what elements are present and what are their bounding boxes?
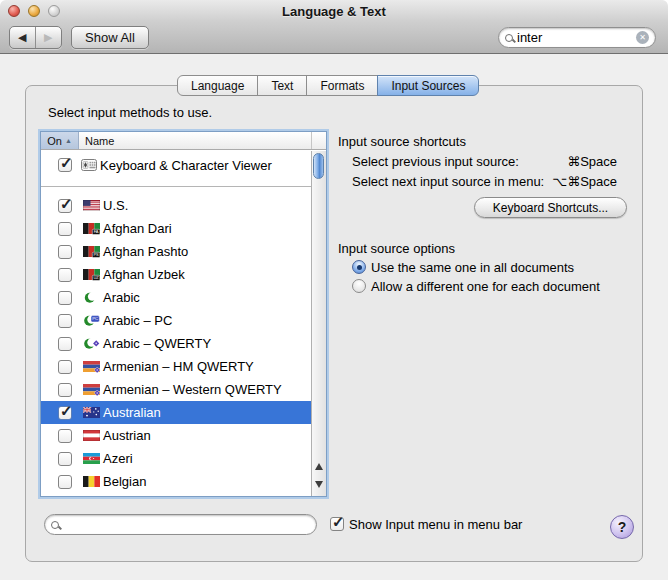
input-source-label: U.S. <box>103 198 128 213</box>
name-header-label: Name <box>85 135 114 147</box>
nav-button-group: ◀ ▶ <box>9 26 62 49</box>
flag-afghanistan-icon: PS <box>83 246 100 258</box>
list-item-keyboard-character-viewer[interactable]: Keyboard & Character Viewer <box>41 151 311 179</box>
scrollbar-header-corner <box>312 132 326 149</box>
search-value[interactable]: inter <box>517 30 632 45</box>
sort-ascending-icon: ▲ <box>65 137 72 144</box>
list-item-australian[interactable]: Australian <box>41 401 311 424</box>
flag-badge-label: UZ <box>93 275 99 280</box>
input-source-options-title: Input source options <box>338 241 455 256</box>
language-and-text-window: Language & Text ◀ ▶ Show All inter Langu… <box>0 0 668 580</box>
list-filter-field[interactable] <box>44 514 317 535</box>
clear-search-icon[interactable] <box>636 31 649 44</box>
scrollbar-thumb[interactable] <box>313 153 324 179</box>
flag-austria-icon <box>83 430 100 441</box>
list-item-azeri[interactable]: Azeri <box>41 447 311 470</box>
list-item-armenian-western-qwerty[interactable]: Armenian – Western QWERTY <box>41 378 311 401</box>
back-arrow-icon: ◀ <box>18 31 26 44</box>
crescent-pc-icon: PC <box>83 315 100 326</box>
forward-button[interactable]: ▶ <box>36 27 61 48</box>
input-source-label: Arabic – QWERTY <box>103 336 211 351</box>
list-body: Keyboard & Character Viewer U.S. <box>41 151 311 496</box>
list-item-afghan-dari[interactable]: FA Afghan Dari <box>41 217 311 240</box>
list-item-arabic[interactable]: Arabic <box>41 286 311 309</box>
flag-australia-icon <box>83 407 100 418</box>
list-scrollbar[interactable] <box>311 151 326 496</box>
back-button[interactable]: ◀ <box>10 27 36 48</box>
radio-label: Use the same one in all documents <box>371 260 574 275</box>
radio-same-in-all-documents[interactable] <box>352 260 366 274</box>
keyboard-shortcuts-button[interactable]: Keyboard Shortcuts... <box>474 197 627 218</box>
radio-label: Allow a different one for each document <box>371 279 600 294</box>
flag-us-icon <box>83 200 100 211</box>
window-chrome: Language & Text ◀ ▶ Show All inter <box>0 0 668 54</box>
input-source-label: Afghan Dari <box>103 221 172 236</box>
flag-badge-label: PC <box>92 316 98 321</box>
tab-language[interactable]: Language <box>177 75 258 96</box>
checkbox[interactable] <box>58 268 72 282</box>
tab-label: Formats <box>320 79 364 93</box>
list-item-arabic-pc[interactable]: PC Arabic – PC <box>41 309 311 332</box>
checkbox[interactable] <box>58 406 72 420</box>
checkbox[interactable] <box>58 360 72 374</box>
input-source-label: Armenian – Western QWERTY <box>103 382 282 397</box>
list-item-armenian-hm-qwerty[interactable]: Armenian – HM QWERTY <box>41 355 311 378</box>
shortcut-label: Select next input source in menu: <box>352 174 544 189</box>
list-item-belgian[interactable]: Belgian <box>41 470 311 493</box>
list-item-afghan-pashto[interactable]: PS Afghan Pashto <box>41 240 311 263</box>
checkbox[interactable] <box>58 245 72 259</box>
show-all-button[interactable]: Show All <box>71 26 149 49</box>
list-item-us[interactable]: U.S. <box>41 194 311 217</box>
column-header-name[interactable]: Name <box>79 132 312 149</box>
checkbox[interactable] <box>58 337 72 351</box>
preferences-search-field[interactable]: inter <box>498 27 656 48</box>
input-source-label: Afghan Pashto <box>103 244 188 259</box>
tab-formats[interactable]: Formats <box>306 75 378 96</box>
on-header-label: On <box>47 135 62 147</box>
input-source-label: Azeri <box>103 451 133 466</box>
list-group-separator <box>41 179 311 194</box>
checkbox[interactable] <box>58 222 72 236</box>
list-item-austrian[interactable]: Austrian <box>41 424 311 447</box>
input-source-label: Keyboard & Character Viewer <box>100 158 272 173</box>
flag-afghanistan-icon: FA <box>83 223 100 235</box>
radio-different-for-each-document[interactable] <box>352 279 366 293</box>
checkbox[interactable] <box>58 314 72 328</box>
input-source-label: Arabic <box>103 290 140 305</box>
checkbox[interactable] <box>58 429 72 443</box>
crescent-diamond-icon <box>83 338 100 349</box>
flag-badge-label: PS <box>93 252 99 257</box>
window-title: Language & Text <box>0 0 668 22</box>
input-source-label: Arabic – PC <box>103 313 172 328</box>
flag-armenia-diamond-icon <box>83 361 100 373</box>
scroll-up-icon[interactable] <box>315 463 323 470</box>
tab-input-sources[interactable]: Input Sources <box>377 75 479 96</box>
tab-label: Text <box>271 79 293 93</box>
show-input-menu-checkbox[interactable] <box>330 517 344 531</box>
shortcut-value: ⌘Space <box>567 154 617 169</box>
checkbox[interactable] <box>58 291 72 305</box>
flag-belgium-icon <box>83 476 100 487</box>
search-icon <box>505 34 513 42</box>
list-item-arabic-qwerty[interactable]: Arabic – QWERTY <box>41 332 311 355</box>
checkbox[interactable] <box>58 199 72 213</box>
scroll-down-icon[interactable] <box>315 481 323 488</box>
column-header-on[interactable]: On ▲ <box>41 132 79 149</box>
help-button[interactable]: ? <box>610 515 634 539</box>
shortcut-value: ⌥⌘Space <box>552 174 617 189</box>
checkbox[interactable] <box>58 475 72 489</box>
flag-badge-label: FA <box>94 229 99 234</box>
input-source-label: Belgian <box>103 474 146 489</box>
checkbox[interactable] <box>58 452 72 466</box>
titlebar[interactable]: Language & Text <box>0 0 668 22</box>
checkbox[interactable] <box>58 158 72 172</box>
forward-arrow-icon: ▶ <box>44 31 52 44</box>
list-item-afghan-uzbek[interactable]: UZ Afghan Uzbek <box>41 263 311 286</box>
checkbox[interactable] <box>58 383 72 397</box>
input-source-label: Armenian – HM QWERTY <box>103 359 254 374</box>
input-source-label: Australian <box>103 405 161 420</box>
tab-text[interactable]: Text <box>257 75 307 96</box>
flag-afghanistan-icon: UZ <box>83 269 100 281</box>
keyboard-viewer-icon <box>81 159 97 171</box>
input-source-shortcuts-title: Input source shortcuts <box>338 134 466 149</box>
